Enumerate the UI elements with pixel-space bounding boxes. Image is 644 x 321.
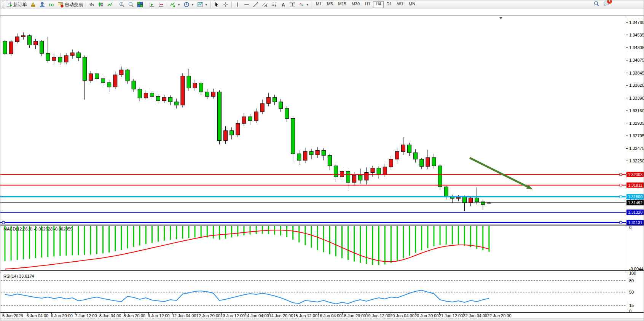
notifications-button[interactable]: 1 xyxy=(603,1,609,8)
svg-text:1.31600: 1.31600 xyxy=(628,194,642,199)
macd-label: MACD(12,26,9) -0.002628 -0.002359 xyxy=(3,227,73,231)
vline-icon xyxy=(234,2,241,8)
signal-icon xyxy=(48,2,54,8)
toolbar-separator xyxy=(210,2,211,8)
template-icon xyxy=(197,2,203,8)
svg-text:21 Jun 12:00: 21 Jun 12:00 xyxy=(439,313,463,318)
toolbar-grip xyxy=(2,2,3,8)
crosshair-icon xyxy=(223,2,229,8)
svg-text:22 Jun 20:00: 22 Jun 20:00 xyxy=(487,313,512,318)
svg-text:1.34535: 1.34535 xyxy=(629,33,644,37)
chart-shift-button[interactable] xyxy=(156,1,166,8)
line-chart-button[interactable] xyxy=(105,1,115,8)
timeframe-button-m30[interactable]: M30 xyxy=(349,1,362,8)
hline-icon xyxy=(244,2,250,8)
cone-icon xyxy=(30,2,36,8)
profile-button[interactable] xyxy=(38,1,47,8)
main-toolbar: 新订单自动交易▼▼▼EFAT▼M1M5M15M30H1H4D1W1MN1 xyxy=(0,0,644,9)
autotrade-button[interactable]: 自动交易 xyxy=(56,1,84,8)
svg-text:22 Jun 04:00: 22 Jun 04:00 xyxy=(463,313,487,318)
person-icon xyxy=(39,2,45,8)
svg-text:20 Jun 20:00: 20 Jun 20:00 xyxy=(414,313,439,318)
timeframe-button-d1[interactable]: D1 xyxy=(384,1,394,8)
toolbar-separator xyxy=(231,2,232,8)
autotrade-button-label: 自动交易 xyxy=(65,2,83,8)
svg-text:E: E xyxy=(266,5,267,7)
svg-text:1.33160: 1.33160 xyxy=(629,108,644,113)
hline-button[interactable] xyxy=(242,1,251,8)
styler-button[interactable] xyxy=(29,1,38,8)
periods-button[interactable]: ▼ xyxy=(182,1,196,8)
trend-icon xyxy=(253,2,259,8)
zoom-out-button[interactable] xyxy=(126,1,135,8)
candle-chart-button[interactable] xyxy=(96,1,105,8)
timeframe-button-w1[interactable]: W1 xyxy=(394,1,406,8)
chart-canvas[interactable]: 1.347601.345351.343051.340751.338451.336… xyxy=(0,10,644,321)
fibonacci-button[interactable]: F xyxy=(269,1,279,8)
indicators-button[interactable]: ▼ xyxy=(168,1,182,8)
text-button[interactable]: A xyxy=(279,1,288,8)
svg-text:100: 100 xyxy=(629,271,636,275)
tile-icon xyxy=(137,2,143,8)
svg-text:20 Jun 04:00: 20 Jun 04:00 xyxy=(390,313,414,318)
channel-icon: E xyxy=(262,2,268,8)
svg-text:1.31811: 1.31811 xyxy=(628,183,642,188)
svg-text:18 Jun 23:00: 18 Jun 23:00 xyxy=(342,313,366,318)
toolbar-separator xyxy=(146,2,146,8)
toolbar-separator xyxy=(116,2,116,8)
svg-text:16 Jun 04:00: 16 Jun 04:00 xyxy=(317,313,342,318)
new-order-button-label: 新订单 xyxy=(13,2,27,8)
mt4-terminal: 新订单自动交易▼▼▼EFAT▼M1M5M15M30H1H4D1W1MN1 ▼ U… xyxy=(0,0,644,321)
zoom-out-icon xyxy=(128,2,134,8)
svg-text:1.32475: 1.32475 xyxy=(629,146,644,151)
zoom-in-icon xyxy=(119,2,125,8)
svg-text:13 Jun 12:00: 13 Jun 12:00 xyxy=(220,313,245,318)
timeframe-button-m5[interactable]: M5 xyxy=(324,1,335,8)
zoom-in-button[interactable] xyxy=(117,1,126,8)
shapes-button[interactable]: ▼ xyxy=(297,1,311,8)
notification-count-badge: 1 xyxy=(607,0,612,4)
label-button[interactable]: T xyxy=(288,1,297,8)
channel-button[interactable]: E xyxy=(260,1,269,8)
svg-text:1.34760: 1.34760 xyxy=(629,20,644,25)
tile-windows-button[interactable] xyxy=(135,1,145,8)
cursor-button[interactable] xyxy=(212,1,221,8)
svg-text:1.32705: 1.32705 xyxy=(629,133,644,138)
autoscroll-button[interactable] xyxy=(147,1,156,8)
svg-text:1.32003: 1.32003 xyxy=(628,172,642,177)
timeframe-button-m15[interactable]: M15 xyxy=(335,1,349,8)
dropdown-arrow-icon[interactable]: ▼ xyxy=(177,3,180,6)
bar-chart-button[interactable] xyxy=(87,1,96,8)
svg-text:50: 50 xyxy=(629,290,634,294)
toolbar-separator xyxy=(312,2,312,8)
svg-text:F: F xyxy=(275,5,276,8)
crosshair-button[interactable] xyxy=(221,1,230,8)
vline-button[interactable] xyxy=(233,1,242,8)
indicator-icon xyxy=(170,2,176,8)
templates-button[interactable]: ▼ xyxy=(196,1,209,8)
svg-text:1.34075: 1.34075 xyxy=(629,58,644,62)
chartshift-icon xyxy=(158,2,164,8)
dropdown-arrow-icon[interactable]: ▼ xyxy=(205,3,208,6)
trendline-button[interactable] xyxy=(251,1,260,8)
timeframe-button-mn[interactable]: MN xyxy=(406,1,418,8)
svg-text:12 Jun 04:00: 12 Jun 04:00 xyxy=(172,313,196,318)
rsi-label: RSI(14) 33.6174 xyxy=(3,274,34,278)
signals-button[interactable] xyxy=(47,1,56,8)
search-icon[interactable] xyxy=(593,1,599,8)
svg-text:80: 80 xyxy=(629,278,634,283)
dropdown-arrow-icon[interactable]: ▼ xyxy=(191,3,194,6)
toolbar-separator xyxy=(86,2,86,8)
dropdown-arrow-icon[interactable]: ▼ xyxy=(306,3,309,6)
svg-text:14 Jun 20:00: 14 Jun 20:00 xyxy=(269,313,293,318)
svg-text:14 Jun 04:00: 14 Jun 04:00 xyxy=(245,313,269,318)
timeframe-button-h1[interactable]: H1 xyxy=(362,1,373,8)
timeframe-button-m1[interactable]: M1 xyxy=(313,1,324,8)
svg-text:5 Jun 2023: 5 Jun 2023 xyxy=(2,313,23,318)
svg-text:1.33845: 1.33845 xyxy=(629,71,644,75)
timeframe-button-h4[interactable]: H4 xyxy=(373,1,384,8)
autotrade-icon xyxy=(57,2,64,8)
svg-text:15: 15 xyxy=(629,303,634,308)
svg-text:A: A xyxy=(282,2,285,8)
new-order-button[interactable]: 新订单 xyxy=(5,1,29,8)
